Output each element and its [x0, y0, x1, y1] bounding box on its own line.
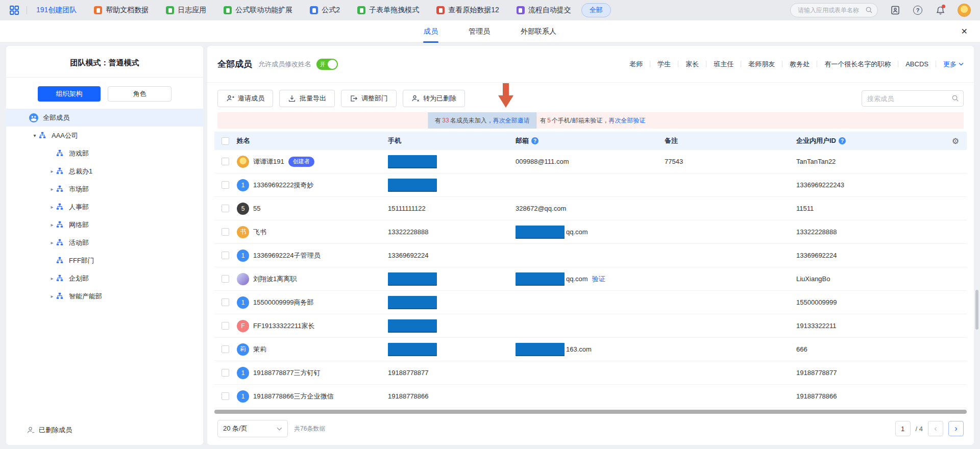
download-button[interactable]: 批量导出 [279, 90, 335, 107]
member-checkbox[interactable] [222, 252, 229, 259]
team-tab[interactable]: 191创建团队 [36, 6, 77, 15]
tree-item[interactable]: ▸市场部 [6, 180, 203, 198]
role-tag[interactable]: 班主任 [714, 60, 733, 69]
role-tag[interactable]: 老师朋友 [748, 60, 775, 69]
person-remove-button[interactable]: 转为已删除 [403, 90, 465, 107]
role-tag[interactable]: 教务处 [790, 60, 810, 69]
user-avatar[interactable] [958, 4, 971, 17]
topbar-app-tab[interactable]: 子表单拖拽模式 [357, 6, 419, 15]
role-tag[interactable]: 老师 [629, 60, 643, 69]
more-link[interactable]: 更多 [943, 60, 964, 69]
tree-item-label: 智能产能部 [69, 292, 102, 301]
vertical-scrollbar[interactable] [975, 290, 978, 330]
tree-item[interactable]: ▾AAA公司 [6, 127, 203, 144]
member-checkbox[interactable] [222, 158, 229, 165]
member-name-cell: 555 [237, 203, 388, 215]
avatar: 1 [237, 390, 249, 403]
roles-button[interactable]: 角色 [108, 86, 172, 102]
page-size-select[interactable]: 20 条/页 [217, 420, 288, 437]
person-plus-button[interactable]: 邀请成员 [217, 90, 273, 107]
prev-page-button[interactable]: ‹ [928, 421, 943, 436]
member-checkbox[interactable] [222, 345, 229, 353]
apps-grid-icon[interactable] [9, 5, 19, 15]
role-tag[interactable]: 学生 [657, 60, 671, 69]
table-row: 113369692222摸奇妙1336969222243 [214, 173, 967, 197]
invite-all-link[interactable]: 再次全部邀请 [493, 116, 530, 125]
help-icon[interactable]: ? [839, 137, 846, 144]
col-note: 备注 [665, 136, 796, 145]
caret-icon[interactable]: ▸ [48, 186, 56, 192]
caret-icon[interactable]: ▸ [48, 293, 56, 299]
member-id: 13322228888 [796, 228, 944, 236]
member-checkbox[interactable] [222, 228, 229, 236]
help-icon[interactable]: ? [913, 5, 923, 15]
member-checkbox[interactable] [222, 392, 229, 400]
settings-gear-icon[interactable]: ⚙ [944, 136, 967, 146]
nav-tab[interactable]: 管理员 [469, 20, 490, 43]
tree-item[interactable]: FFF部门 [6, 252, 203, 269]
role-tag[interactable]: 家长 [685, 60, 699, 69]
app-tab-label: 查看原始数据12 [448, 6, 499, 15]
deleted-members-item[interactable]: 已删除成员 [6, 426, 203, 445]
person-remove-icon [27, 426, 35, 434]
tree-item[interactable]: ▸企划部 [6, 269, 203, 287]
horizontal-scrollbar[interactable] [214, 410, 967, 414]
topbar-app-tab[interactable]: 日志应用 [166, 6, 206, 15]
tree-item[interactable]: ▸人事部 [6, 198, 203, 216]
verify-link[interactable]: 验证 [592, 275, 605, 284]
verify-all-link[interactable]: 再次全部验证 [608, 116, 645, 125]
org-icon [39, 132, 47, 140]
email-suffix: qq.com [566, 275, 588, 283]
topbar-app-tab[interactable]: 公式联动功能扩展 [224, 6, 292, 15]
current-page-input[interactable]: 1 [895, 421, 911, 436]
caret-icon[interactable]: ▸ [48, 240, 56, 245]
next-page-button[interactable]: › [948, 421, 964, 436]
action-label: 转为已删除 [423, 94, 456, 103]
role-tag[interactable]: 有一个很长名字的职称 [824, 60, 891, 69]
member-checkbox[interactable] [222, 181, 229, 189]
member-name-cell: FFF19133322211家长 [237, 320, 388, 332]
tree-item[interactable]: ▸活动部 [6, 234, 203, 252]
tree-item-all-members[interactable]: 全部成员 [6, 109, 203, 127]
nav-tab[interactable]: 成员 [424, 20, 438, 43]
close-icon[interactable]: ✕ [961, 27, 968, 36]
member-checkbox[interactable] [222, 275, 229, 283]
member-checkbox[interactable] [222, 322, 229, 330]
topbar-app-tab[interactable]: 流程自动提交 [517, 6, 571, 15]
member-id: 19188778866 [796, 392, 944, 400]
email-suffix: 163.com [566, 345, 592, 353]
divider [650, 61, 650, 67]
help-icon[interactable]: ? [531, 137, 538, 144]
caret-icon[interactable]: ▸ [48, 276, 56, 281]
member-search-input[interactable] [862, 90, 964, 107]
divider [536, 117, 536, 124]
contacts-icon[interactable] [890, 5, 900, 15]
tree-item[interactable]: 游戏部 [6, 144, 203, 162]
caret-icon[interactable]: ▸ [48, 222, 56, 228]
tree-item[interactable]: ▸网络部 [6, 216, 203, 234]
topbar-app-tab[interactable]: 帮助文档数据 [94, 6, 149, 15]
member-checkbox[interactable] [222, 205, 229, 212]
rename-toggle[interactable]: 开 [316, 59, 338, 70]
bell-icon[interactable] [935, 5, 945, 15]
tree-item[interactable]: ▸智能产能部 [6, 287, 203, 305]
table-footer: 20 条/页 共76条数据 1 / 4 ‹ › [217, 420, 964, 437]
tree-item[interactable]: ▸总裁办1 [6, 162, 203, 180]
all-apps-pill[interactable]: 全部 [581, 3, 611, 17]
transfer-button[interactable]: 调整部门 [341, 90, 397, 107]
nav-tab[interactable]: 外部联系人 [521, 20, 556, 43]
select-all-checkbox[interactable] [222, 137, 229, 145]
search-icon [951, 94, 959, 102]
member-email: 009988@111.com [516, 158, 665, 165]
redacted-email [516, 226, 565, 239]
member-checkbox[interactable] [222, 369, 229, 377]
role-tag[interactable]: ABCDS [905, 60, 928, 68]
caret-icon[interactable]: ▾ [31, 133, 39, 138]
member-checkbox[interactable] [222, 298, 229, 306]
caret-icon[interactable]: ▸ [48, 204, 56, 210]
org-structure-button[interactable]: 组织架构 [38, 86, 101, 102]
member-name-cell: 刘翔波1离离职 [237, 273, 388, 285]
caret-icon[interactable]: ▸ [48, 168, 56, 174]
topbar-app-tab[interactable]: 公式2 [310, 6, 340, 15]
topbar-app-tab[interactable]: 查看原始数据12 [436, 6, 499, 15]
